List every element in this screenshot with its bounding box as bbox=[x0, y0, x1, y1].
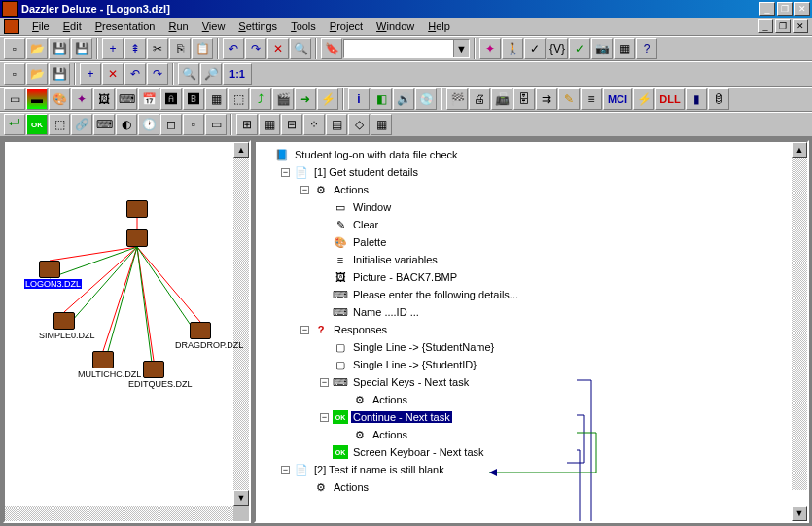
act-key[interactable]: ⌨ bbox=[116, 88, 137, 110]
act-arrow[interactable]: ➜ bbox=[295, 88, 316, 110]
act-scan[interactable]: 📠 bbox=[491, 88, 512, 110]
tree-node[interactable]: ⌨Name ....ID ... bbox=[262, 303, 790, 321]
collapse-icon[interactable]: − bbox=[300, 186, 309, 194]
act-branch[interactable]: ⤴ bbox=[250, 88, 271, 110]
resp-group[interactable]: ▦ bbox=[259, 114, 280, 135]
resp-region[interactable]: ⬚ bbox=[49, 114, 70, 135]
new-button[interactable]: ▫ bbox=[4, 38, 25, 59]
act-disk[interactable]: 💿 bbox=[415, 88, 437, 110]
minimize-button[interactable]: _ bbox=[759, 2, 775, 16]
tree-node[interactable]: ⌨Please enter the following details... bbox=[262, 286, 790, 303]
check-button[interactable]: ✓ bbox=[524, 38, 546, 59]
mdi-minimize-button[interactable]: _ bbox=[758, 19, 773, 33]
act-pencil[interactable]: ✎ bbox=[558, 88, 580, 110]
node-editques.dzl[interactable] bbox=[143, 361, 164, 378]
undo-button[interactable]: ↶ bbox=[223, 38, 244, 59]
act-window[interactable]: ▭ bbox=[4, 88, 25, 110]
tree-scroll-up[interactable]: ▲ bbox=[792, 142, 807, 158]
bookmark-button[interactable]: 🔖 bbox=[321, 38, 342, 59]
act-a[interactable]: 🅰 bbox=[160, 88, 182, 110]
scroll-down[interactable]: ▼ bbox=[233, 490, 249, 506]
open2-button[interactable]: 📂 bbox=[26, 63, 48, 85]
tree-node[interactable]: ⚙Actions bbox=[262, 426, 790, 443]
act-link[interactable]: ⇉ bbox=[536, 88, 557, 110]
tree-node[interactable]: ≡Initialise variables bbox=[262, 251, 790, 268]
scroll-track-v[interactable] bbox=[233, 158, 249, 490]
act-d[interactable]: ⬚ bbox=[228, 88, 249, 110]
tree-scroll-track[interactable] bbox=[792, 158, 807, 490]
act-pict[interactable]: 🖼 bbox=[93, 88, 115, 110]
act-eq[interactable]: ≡ bbox=[581, 88, 602, 110]
delete2-button[interactable]: ✕ bbox=[102, 63, 124, 85]
resp-dots[interactable]: ⁘ bbox=[303, 114, 325, 135]
menu-run[interactable]: Run bbox=[162, 19, 195, 33]
diagram-canvas[interactable]: LOGON3.DZLSIMPLE0.DZLMULTICHC.DZLEDITQUE… bbox=[5, 200, 233, 506]
menu-window[interactable]: Window bbox=[370, 19, 421, 33]
check2-button[interactable]: ✓ bbox=[569, 38, 590, 59]
act-b[interactable]: 🅱 bbox=[183, 88, 204, 110]
collapse-icon[interactable]: − bbox=[300, 326, 309, 334]
act-sound[interactable]: 🔊 bbox=[393, 88, 414, 110]
act-film[interactable]: 🎬 bbox=[272, 88, 294, 110]
help-button[interactable]: ? bbox=[636, 38, 657, 59]
collapse-icon[interactable]: − bbox=[320, 413, 329, 422]
node-dragdrop.dzl[interactable] bbox=[190, 322, 211, 339]
tree-node[interactable]: ⚙Actions bbox=[262, 391, 790, 408]
act-print[interactable]: 🖨 bbox=[469, 88, 490, 110]
act-erase[interactable]: ◧ bbox=[371, 88, 392, 110]
zoomout-button[interactable]: 🔎 bbox=[200, 63, 222, 85]
run-button[interactable]: 🚶 bbox=[502, 38, 523, 59]
node-mid[interactable] bbox=[126, 229, 148, 247]
resp-clock[interactable]: 🕐 bbox=[138, 114, 159, 135]
resp-key[interactable]: ⌨ bbox=[93, 114, 115, 135]
scroll-up[interactable]: ▲ bbox=[233, 142, 249, 158]
menu-help[interactable]: Help bbox=[421, 19, 457, 33]
act-block[interactable]: ▮ bbox=[686, 88, 707, 110]
tree-node[interactable]: −⚙Actions bbox=[262, 181, 790, 198]
resp-doc[interactable]: ▫ bbox=[183, 114, 204, 135]
copy-button[interactable]: ⎘ bbox=[169, 38, 191, 59]
delete-button[interactable]: ✕ bbox=[267, 38, 289, 59]
resp-stop[interactable]: ◻ bbox=[160, 114, 182, 135]
menu-settings[interactable]: Settings bbox=[231, 19, 284, 33]
zoom-ratio-button[interactable]: 1:1 bbox=[223, 63, 252, 85]
zoomin-button[interactable]: 🔍 bbox=[178, 63, 199, 85]
camera-button[interactable]: 📷 bbox=[591, 38, 613, 59]
anchor-button[interactable]: ⇞ bbox=[124, 38, 146, 59]
resp-char[interactable]: ◐ bbox=[116, 114, 137, 135]
plus-button[interactable]: + bbox=[102, 38, 124, 59]
vars-button[interactable]: {V} bbox=[547, 38, 568, 59]
resp-table[interactable]: ▤ bbox=[326, 114, 347, 135]
act-info[interactable]: i bbox=[348, 88, 370, 110]
collapse-icon[interactable]: − bbox=[281, 466, 290, 474]
act-dll[interactable]: DLL bbox=[655, 88, 685, 110]
open-button[interactable]: 📂 bbox=[26, 38, 48, 59]
save2-button[interactable]: 💾 bbox=[49, 63, 70, 85]
node-simple0.dzl[interactable] bbox=[53, 312, 75, 330]
act-lightning[interactable]: ⚡ bbox=[317, 88, 338, 110]
tree-node[interactable]: −📄[2] Test if name is still blank bbox=[262, 461, 790, 478]
menu-project[interactable]: Project bbox=[323, 19, 370, 33]
menu-view[interactable]: View bbox=[195, 19, 232, 33]
tree-scroll-down[interactable]: ▼ bbox=[792, 506, 807, 521]
act-mci[interactable]: MCI bbox=[603, 88, 632, 110]
menu-presentation[interactable]: Presentation bbox=[88, 19, 162, 33]
resp-link[interactable]: 🔗 bbox=[71, 114, 92, 135]
act-cyl[interactable]: 🛢 bbox=[708, 88, 729, 110]
tree-node[interactable]: 📘Student log-on with data file check bbox=[262, 146, 790, 163]
mdi-restore-button[interactable]: ❐ bbox=[775, 19, 791, 33]
undo2-button[interactable]: ↶ bbox=[124, 63, 146, 85]
resp-diamond[interactable]: ◇ bbox=[348, 114, 370, 135]
tree-node[interactable]: ▭Window bbox=[262, 198, 790, 216]
node-logon3.dzl[interactable] bbox=[39, 261, 60, 278]
resp-back[interactable]: ⮠ bbox=[4, 114, 25, 135]
maximize-button[interactable]: ❐ bbox=[777, 2, 793, 16]
act-db[interactable]: 🗄 bbox=[513, 88, 535, 110]
act-c[interactable]: ▦ bbox=[205, 88, 227, 110]
plus2-button[interactable]: + bbox=[80, 63, 101, 85]
saveall-button[interactable]: 💾 bbox=[71, 38, 92, 59]
tree-node[interactable]: −📄[1] Get student details bbox=[262, 163, 790, 181]
tree-node[interactable]: ▢Single Line -> {StudentName} bbox=[262, 338, 790, 356]
resp-line[interactable]: ▭ bbox=[205, 114, 227, 135]
mdi-close-button[interactable]: ✕ bbox=[793, 19, 808, 33]
